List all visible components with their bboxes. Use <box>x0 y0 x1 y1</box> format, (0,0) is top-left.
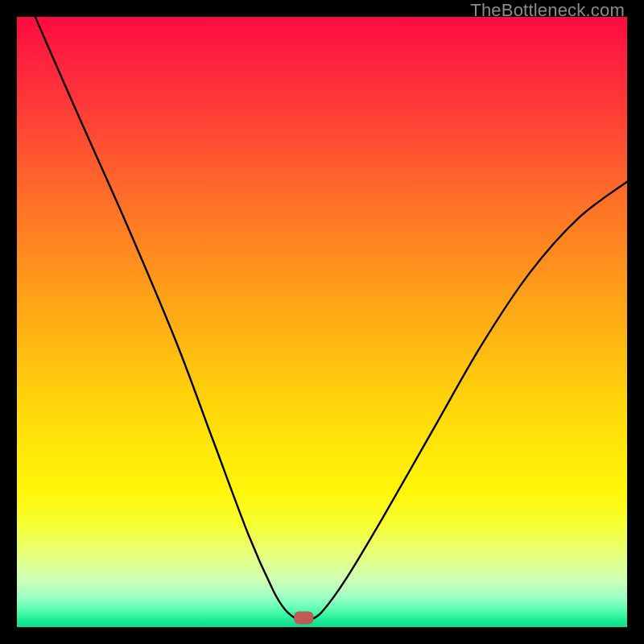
chart-plot-area <box>17 17 627 627</box>
optimal-point-marker <box>294 612 313 625</box>
chart-canvas <box>17 17 627 627</box>
watermark-text: TheBottleneck.com <box>470 0 625 21</box>
bottleneck-curve <box>35 17 627 621</box>
